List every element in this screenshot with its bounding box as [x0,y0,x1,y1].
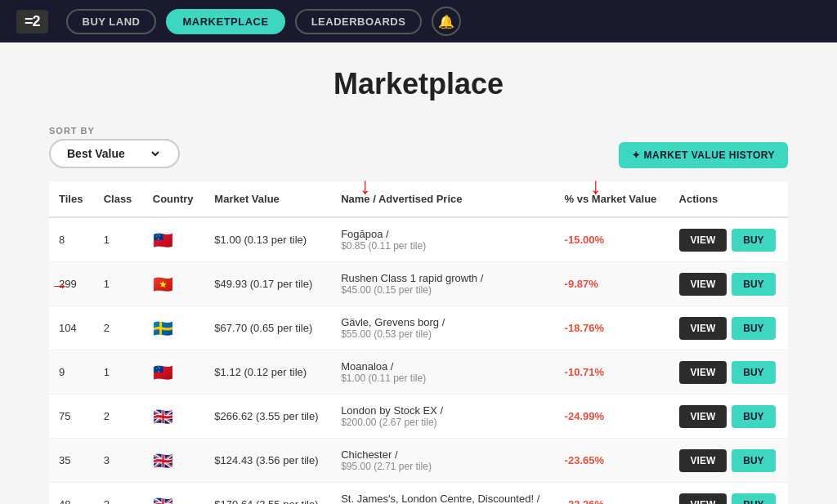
cell-class: 2 [94,306,143,350]
col-name: Name / Advertised Price [331,181,554,217]
cell-actions: VIEW BUY [669,350,788,395]
buy-button[interactable]: BUY [732,361,775,384]
view-button[interactable]: VIEW [679,273,727,296]
cell-class: 1 [94,217,143,262]
cell-pct: -23.26% [555,483,669,505]
sort-select-input[interactable]: Best Value Newest Price Low-High Price H… [64,146,162,161]
view-button[interactable]: VIEW [679,361,727,384]
logo: =2 [16,10,48,33]
buy-button[interactable]: BUY [732,405,775,428]
buy-button[interactable]: BUY [732,273,775,296]
sort-row: SORT BY Best Value Newest Price Low-High… [49,126,788,168]
table-row: 8 1 🇼🇸 $1.00 (0.13 per tile) Fogāpoa / $… [49,217,788,262]
cell-tiles: 75 [49,395,94,439]
marketplace-table: Tiles Class Country Market Value Name / … [49,181,788,504]
cell-class: 3 [94,439,143,483]
cell-class: 1 [94,262,143,306]
table-row: 299 1 🇻🇳 $49.93 (0.17 per tile) Rushen C… [49,262,788,306]
cell-market-value: $1.12 (0.12 per tile) [204,350,331,395]
sort-dropdown[interactable]: Best Value Newest Price Low-High Price H… [49,139,180,168]
cell-name: London by Stock EX / $200.00 (2.67 per t… [331,395,554,439]
cell-actions: VIEW BUY [669,306,788,350]
marketplace-table-wrapper: Tiles Class Country Market Value Name / … [49,181,788,504]
cell-pct: -23.65% [555,439,669,483]
table-row: 48 2 🇬🇧 $170.64 (3.55 per tile) St. Jame… [49,483,788,505]
buy-button[interactable]: BUY [732,493,775,505]
cell-pct: -24.99% [555,395,669,439]
view-button[interactable]: VIEW [679,449,727,472]
col-country: Country [143,181,205,217]
cell-flag: 🇬🇧 [143,483,205,505]
cell-market-value: $1.00 (0.13 per tile) [204,217,331,262]
buy-button[interactable]: BUY [732,449,775,472]
buy-land-button[interactable]: BUY LAND [66,9,157,34]
cell-class: 1 [94,350,143,395]
cell-pct: -18.76% [555,306,669,350]
cell-name: St. James's, London Centre, Discounted! … [331,483,554,505]
cell-name: Gävle, Grevens borg / $55.00 (0.53 per t… [331,306,554,350]
cell-flag: 🇬🇧 [143,439,205,483]
marketplace-button[interactable]: MARKETPLACE [166,9,284,34]
cell-name: Rushen Class 1 rapid growth / $45.00 (0.… [331,262,554,306]
market-value-history-button[interactable]: ✦ MARKET VALUE HISTORY [619,142,788,168]
cell-pct: -9.87% [555,262,669,306]
cell-flag: 🇬🇧 [143,395,205,439]
view-button[interactable]: VIEW [679,493,727,505]
cell-pct: -10.71% [555,350,669,395]
view-button[interactable]: VIEW [679,405,727,428]
table-header: Tiles Class Country Market Value Name / … [49,181,788,217]
col-market-value: Market Value [204,181,331,217]
cell-class: 2 [94,395,143,439]
sort-section: SORT BY Best Value Newest Price Low-High… [49,126,180,168]
cell-flag: 🇸🇪 [143,306,205,350]
cell-actions: VIEW BUY [669,395,788,439]
col-pct: % vs Market Value [555,181,669,217]
cell-class: 2 [94,483,143,505]
cell-name: Fogāpoa / $0.85 (0.11 per tile) [331,217,554,262]
table-row: 9 1 🇼🇸 $1.12 (0.12 per tile) Moanaloa / … [49,350,788,395]
cell-market-value: $170.64 (3.55 per tile) [204,483,331,505]
cell-market-value: $67.70 (0.65 per tile) [204,306,331,350]
cell-actions: VIEW BUY [669,262,788,306]
leaderboards-button[interactable]: LEADERBOARDS [295,9,423,34]
main-content: Marketplace SORT BY Best Value Newest Pr… [0,42,837,504]
page-title: Marketplace [49,67,788,101]
view-button[interactable]: VIEW [679,229,727,252]
cell-tiles: 8 [49,217,94,262]
buy-button[interactable]: BUY [732,317,775,340]
cell-tiles: 104 [49,306,94,350]
cell-flag: 🇼🇸 [143,350,205,395]
col-tiles: Tiles [49,181,94,217]
cell-name: Chichester / $95.00 (2.71 per tile) [331,439,554,483]
cell-actions: VIEW BUY [669,439,788,483]
view-button[interactable]: VIEW [679,317,727,340]
cell-tiles: 9 [49,350,94,395]
col-actions: Actions [669,181,788,217]
cell-actions: VIEW BUY [669,217,788,262]
cell-market-value: $49.93 (0.17 per tile) [204,262,331,306]
cell-name: Moanaloa / $1.00 (0.11 per tile) [331,350,554,395]
cell-tiles: 48 [49,483,94,505]
table-body: 8 1 🇼🇸 $1.00 (0.13 per tile) Fogāpoa / $… [49,217,788,504]
cell-market-value: $266.62 (3.55 per tile) [204,395,331,439]
cell-tiles: 299 [49,262,94,306]
sort-label: SORT BY [49,126,180,136]
table-row: 104 2 🇸🇪 $67.70 (0.65 per tile) Gävle, G… [49,306,788,350]
notification-bell[interactable]: 🔔 [432,7,461,36]
buy-button[interactable]: BUY [732,229,775,252]
navbar: =2 BUY LAND MARKETPLACE LEADERBOARDS 🔔 [0,0,837,42]
cell-market-value: $124.43 (3.56 per tile) [204,439,331,483]
table-row: 75 2 🇬🇧 $266.62 (3.55 per tile) London b… [49,395,788,439]
cell-flag: 🇻🇳 [143,262,205,306]
cell-actions: VIEW BUY [669,483,788,505]
col-class: Class [94,181,143,217]
table-row: 35 3 🇬🇧 $124.43 (3.56 per tile) Chichest… [49,439,788,483]
cell-flag: 🇼🇸 [143,217,205,262]
cell-tiles: 35 [49,439,94,483]
cell-pct: -15.00% [555,217,669,262]
